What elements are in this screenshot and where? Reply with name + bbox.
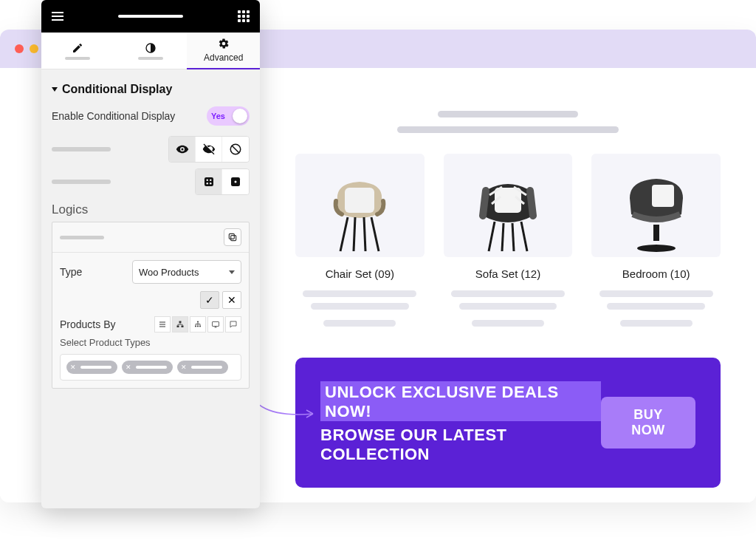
rule-type-dropdown[interactable]: Woo Products bbox=[132, 260, 241, 284]
gear-icon bbox=[218, 38, 230, 50]
match-mode-row bbox=[52, 168, 250, 195]
tab-advanced[interactable]: Advanced bbox=[187, 33, 260, 69]
product-text-placeholder bbox=[444, 290, 573, 327]
tab-content[interactable] bbox=[41, 33, 114, 69]
sitemap-icon bbox=[176, 320, 185, 329]
copy-icon bbox=[227, 232, 238, 242]
svg-line-9 bbox=[512, 223, 514, 251]
by-attribute-button[interactable] bbox=[207, 316, 224, 333]
tab-style[interactable] bbox=[114, 33, 188, 69]
chip-remove-icon[interactable]: ✕ bbox=[180, 364, 188, 371]
confirm-button[interactable]: ✓ bbox=[200, 291, 219, 309]
monitor-icon bbox=[211, 320, 220, 329]
logics-rule-box: Type Woo Products ✓ ✕ Products By bbox=[52, 222, 250, 389]
visibility-hide-button[interactable] bbox=[196, 137, 222, 162]
svg-rect-26 bbox=[179, 321, 182, 324]
rule-title-placeholder bbox=[60, 236, 104, 239]
product-types-input[interactable]: ✕ ✕ ✕ bbox=[60, 354, 241, 381]
type-label: Type bbox=[60, 266, 82, 278]
ban-icon bbox=[229, 143, 242, 156]
tree-icon bbox=[193, 320, 202, 329]
eye-off-icon bbox=[202, 143, 216, 156]
svg-rect-33 bbox=[213, 322, 219, 327]
svg-point-29 bbox=[197, 321, 199, 323]
product-image bbox=[295, 154, 425, 257]
svg-point-32 bbox=[199, 326, 201, 327]
products-by-row: Products By bbox=[60, 316, 241, 333]
product-image bbox=[444, 154, 573, 257]
svg-point-30 bbox=[195, 326, 196, 327]
product-card[interactable]: Sofa Set (12) bbox=[444, 154, 573, 327]
tab-advanced-label: Advanced bbox=[204, 52, 243, 63]
product-image bbox=[591, 154, 721, 257]
delete-rule-button[interactable]: ✕ bbox=[222, 291, 241, 309]
by-tag-button[interactable] bbox=[190, 316, 206, 333]
product-title: Bedroom (10) bbox=[622, 267, 690, 280]
svg-rect-27 bbox=[177, 326, 179, 328]
caret-down-icon bbox=[52, 87, 58, 92]
chip-remove-icon[interactable]: ✕ bbox=[125, 364, 132, 371]
svg-point-14 bbox=[181, 149, 183, 151]
by-type-button[interactable] bbox=[225, 316, 241, 333]
enable-label: Enable Conditional Display bbox=[52, 110, 175, 122]
products-by-label: Products By bbox=[60, 318, 115, 330]
chip[interactable]: ✕ bbox=[177, 361, 228, 374]
enable-conditional-display-row: Enable Conditional Display Yes bbox=[52, 102, 250, 130]
svg-line-8 bbox=[502, 223, 504, 251]
visibility-mode-row bbox=[52, 136, 250, 163]
select-product-types-label: Select Product Types bbox=[60, 337, 241, 348]
svg-rect-17 bbox=[205, 177, 213, 186]
chevron-down-icon bbox=[229, 270, 235, 274]
duplicate-rule-button[interactable] bbox=[224, 228, 241, 246]
pencil-icon bbox=[72, 42, 83, 54]
panel-topbar bbox=[41, 0, 260, 33]
svg-rect-25 bbox=[229, 233, 234, 239]
dice-four-icon bbox=[202, 175, 216, 188]
buy-now-button[interactable]: Buy Now bbox=[601, 397, 695, 449]
product-title: Sofa Set (12) bbox=[475, 267, 540, 280]
visibility-none-button[interactable] bbox=[222, 137, 249, 162]
heading-placeholder bbox=[295, 111, 721, 133]
contrast-icon bbox=[145, 42, 157, 54]
chip[interactable]: ✕ bbox=[66, 361, 117, 374]
list-icon bbox=[158, 320, 167, 329]
svg-line-7 bbox=[521, 222, 527, 251]
chip[interactable]: ✕ bbox=[122, 361, 173, 374]
banner-line-2: Browse our latest collection bbox=[320, 426, 601, 464]
svg-rect-11 bbox=[653, 225, 659, 241]
match-any-button[interactable] bbox=[222, 169, 249, 194]
toggle-value: Yes bbox=[211, 112, 225, 120]
banner-line-1: Unlock exclusive deals now! bbox=[320, 381, 601, 421]
svg-point-31 bbox=[197, 326, 199, 327]
menu-icon[interactable] bbox=[52, 12, 63, 21]
eye-icon bbox=[176, 143, 189, 156]
svg-rect-10 bbox=[652, 185, 674, 207]
apps-grid-icon[interactable] bbox=[238, 10, 250, 22]
svg-point-23 bbox=[235, 181, 237, 183]
by-category-button[interactable] bbox=[172, 316, 188, 333]
chair-icon bbox=[323, 168, 396, 257]
svg-line-4 bbox=[364, 217, 365, 251]
product-card[interactable]: Chair Set (09) bbox=[295, 154, 425, 327]
svg-point-20 bbox=[206, 183, 207, 184]
section-title: Conditional Display bbox=[62, 83, 172, 96]
lounge-chair-icon bbox=[619, 168, 693, 257]
minimize-window-icon[interactable] bbox=[30, 44, 38, 53]
rule-type-row: Type Woo Products bbox=[60, 260, 241, 284]
sofa-icon bbox=[471, 168, 545, 257]
product-card[interactable]: Bedroom (10) bbox=[591, 154, 721, 327]
panel-title-placeholder bbox=[118, 15, 183, 18]
chip-remove-icon[interactable]: ✕ bbox=[69, 364, 77, 371]
by-list-button[interactable] bbox=[154, 316, 171, 333]
visibility-show-button[interactable] bbox=[169, 137, 196, 162]
svg-rect-5 bbox=[495, 188, 521, 213]
svg-point-18 bbox=[206, 180, 207, 181]
product-title: Chair Set (09) bbox=[326, 267, 394, 280]
match-all-button[interactable] bbox=[196, 169, 222, 194]
svg-rect-28 bbox=[182, 326, 184, 328]
section-conditional-display[interactable]: Conditional Display bbox=[52, 83, 250, 96]
close-window-icon[interactable] bbox=[15, 44, 24, 53]
enable-toggle[interactable]: Yes bbox=[207, 106, 250, 126]
svg-rect-24 bbox=[231, 236, 236, 241]
svg-line-16 bbox=[232, 146, 240, 154]
